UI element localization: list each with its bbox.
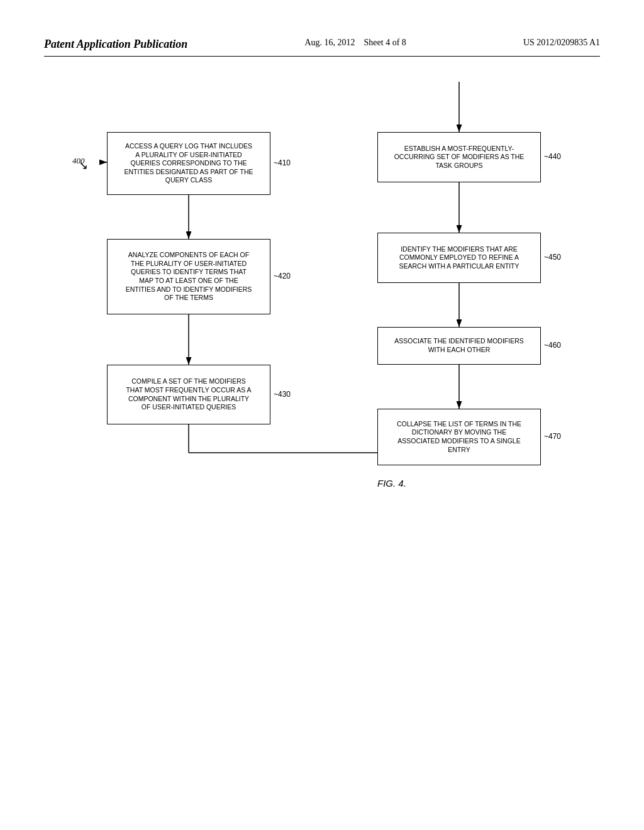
box-430: COMPILE A SET OF THE MODIFIERS THAT MOST…	[107, 365, 270, 424]
header-center: Aug. 16, 2012 Sheet 4 of 8	[304, 38, 406, 48]
header: Patent Application Publication Aug. 16, …	[44, 38, 600, 57]
step-460-label: ~460	[544, 341, 561, 350]
step-430-label: ~430	[274, 390, 291, 399]
start-arrow: ↘	[79, 158, 88, 172]
header-date: Aug. 16, 2012	[304, 38, 355, 47]
box-460: ASSOCIATE THE IDENTIFIED MODIFIERS WITH …	[377, 327, 541, 365]
page: Patent Application Publication Aug. 16, …	[0, 0, 644, 830]
header-right: US 2012/0209835 A1	[523, 38, 600, 48]
header-title: Patent Application Publication	[44, 38, 187, 51]
step-440-label: ~440	[544, 152, 561, 161]
figure-label: FIG. 4.	[377, 478, 406, 489]
box-420: ANALYZE COMPONENTS OF EACH OF THE PLURAL…	[107, 239, 270, 314]
step-470-label: ~470	[544, 432, 561, 441]
step-450-label: ~450	[544, 253, 561, 262]
diagram-area: 400 ↘ ACCESS A QUERY LOG THAT INCLUDES A…	[44, 82, 600, 648]
box-450: IDENTIFY THE MODIFIERS THAT ARE COMMONLY…	[377, 233, 541, 283]
box-410: ACCESS A QUERY LOG THAT INCLUDES A PLURA…	[107, 132, 270, 195]
box-470: COLLAPSE THE LIST OF TERMS IN THE DICTIO…	[377, 409, 541, 465]
header-sheet: Sheet 4 of 8	[364, 38, 406, 47]
box-440: ESTABLISH A MOST-FREQUENTLY- OCCURRING S…	[377, 132, 541, 182]
step-420-label: ~420	[274, 272, 291, 280]
step-410-label: ~410	[274, 158, 291, 167]
